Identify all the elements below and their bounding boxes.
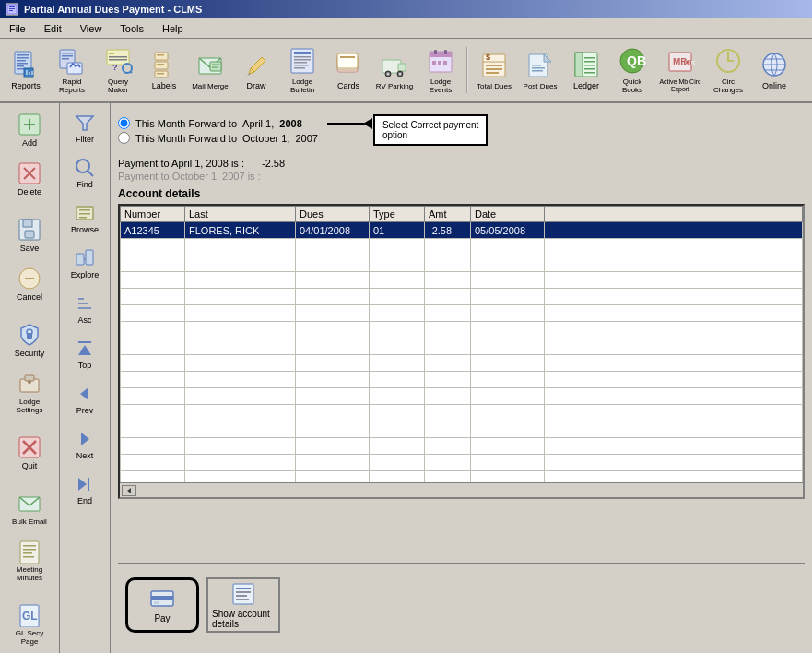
svg-rect-19 — [67, 63, 82, 74]
toolbar-active-mb[interactable]: MBCirc Active Mb Circ Export — [656, 42, 704, 98]
toolbar-rv-parking[interactable]: RV Parking — [372, 42, 417, 98]
toolbar-lodge-bulletin[interactable]: Lodge Bulletin — [280, 42, 324, 98]
svg-rect-31 — [157, 64, 164, 65]
svg-rect-2 — [9, 8, 15, 9]
nav-asc[interactable]: Asc — [63, 288, 107, 329]
nav-browse[interactable]: Browse — [63, 197, 107, 239]
toolbar-draw[interactable]: Draw — [234, 42, 278, 98]
toolbar-reports[interactable]: Reports — [4, 42, 48, 98]
toolbar-total-dues[interactable]: $ Total Dues — [472, 42, 516, 98]
sidebar-cancel[interactable]: Cancel — [4, 261, 55, 306]
svg-rect-123 — [79, 209, 90, 211]
svg-rect-42 — [294, 62, 307, 64]
toolbar-cards[interactable]: Cards — [326, 42, 371, 98]
menu-help[interactable]: Help — [157, 22, 189, 35]
toolbar-labels[interactable]: Labels — [142, 42, 186, 98]
svg-point-105 — [28, 380, 31, 384]
toolbar-mail-merge-label: Mail Merge — [192, 82, 229, 90]
sidebar-add-label: Add — [22, 138, 37, 148]
sidebar-meeting-minutes[interactable]: Meeting Minutes — [4, 534, 55, 587]
callout-arrow — [327, 118, 372, 129]
nav-next[interactable]: Next — [63, 423, 107, 465]
sidebar-delete[interactable]: Delete — [4, 156, 55, 201]
table-row[interactable] — [121, 322, 803, 338]
table-row[interactable] — [121, 438, 803, 455]
nav-filter[interactable]: Filter — [63, 107, 107, 148]
table-row[interactable] — [121, 471, 803, 483]
scroll-left-btn[interactable] — [122, 485, 136, 496]
table-row[interactable] — [121, 455, 803, 471]
toolbar-mail-merge[interactable]: Mail Merge — [188, 42, 232, 98]
sidebar-lodge-settings[interactable]: Lodge Settings — [4, 366, 55, 419]
table-row[interactable] — [121, 388, 803, 405]
col-type: Type — [370, 207, 425, 222]
svg-rect-14 — [31, 71, 33, 75]
sidebar-save[interactable]: Save — [4, 212, 55, 257]
nav-end[interactable]: End — [63, 469, 107, 510]
table-row[interactable] — [121, 372, 803, 388]
table-row[interactable] — [121, 305, 803, 322]
cell-extra — [545, 222, 803, 239]
table-row[interactable] — [121, 255, 803, 272]
menu-tools[interactable]: Tools — [114, 22, 149, 35]
svg-rect-142 — [233, 584, 253, 604]
menu-file[interactable]: File — [4, 22, 31, 35]
table-row[interactable] — [121, 239, 803, 255]
svg-rect-3 — [9, 10, 13, 11]
svg-rect-16 — [62, 53, 73, 54]
col-extra — [545, 207, 803, 222]
show-account-details-label: Show account details — [212, 609, 275, 629]
table-row[interactable] — [121, 421, 803, 438]
sidebar-quit[interactable]: Quit — [4, 430, 55, 475]
browse-icon — [74, 202, 96, 224]
toolbar-lodge-events[interactable]: Lodge Events — [418, 42, 463, 98]
sidebar-security[interactable]: Security — [4, 317, 55, 362]
nav-explore-label: Explore — [71, 270, 100, 279]
sidebar-gl-secy[interactable]: GL GL Secy Page — [4, 598, 55, 650]
svg-rect-144 — [236, 591, 251, 593]
table-row[interactable]: A12345 FLORES, RICK 04/01/2008 01 -2.58 … — [121, 222, 803, 239]
svg-rect-126 — [76, 254, 84, 265]
toolbar-post-dues[interactable]: Post Dues — [518, 42, 562, 98]
menu-view[interactable]: View — [75, 22, 108, 35]
svg-rect-21 — [109, 53, 114, 54]
toolbar-online[interactable]: Online — [752, 42, 796, 98]
app-icon — [6, 3, 18, 16]
top-icon — [74, 338, 96, 360]
nav-find[interactable]: Find — [63, 152, 107, 194]
menu-edit[interactable]: Edit — [39, 22, 67, 35]
svg-rect-57 — [434, 50, 437, 54]
find-icon — [74, 157, 96, 179]
svg-rect-78 — [584, 72, 595, 74]
nav-top[interactable]: Top — [63, 333, 107, 374]
toolbar-draw-label: Draw — [246, 81, 265, 90]
svg-rect-43 — [294, 65, 309, 66]
sidebar-delete-label: Delete — [18, 187, 41, 196]
nav-explore[interactable]: Explore — [63, 243, 107, 284]
toolbar-rapid-reports[interactable]: Rapid Reports — [50, 42, 94, 98]
table-row[interactable] — [121, 355, 803, 372]
table-row[interactable] — [121, 289, 803, 305]
table-row[interactable] — [121, 405, 803, 421]
sidebar-bulk-email[interactable]: Bulk Email — [4, 486, 55, 530]
quick-books-icon: QB — [618, 46, 647, 76]
show-account-details-button[interactable]: Show account details — [206, 577, 280, 633]
payment-option-1-radio[interactable] — [118, 117, 130, 129]
toolbar-ledger[interactable]: Ledger — [564, 42, 608, 98]
toolbar-quick-books[interactable]: QB Quick Books — [610, 42, 654, 98]
table-row[interactable] — [121, 338, 803, 355]
table-row[interactable] — [121, 272, 803, 289]
sidebar-add[interactable]: Add — [4, 107, 55, 152]
toolbar-circ-changes[interactable]: Circ Changes — [706, 42, 750, 98]
table-hscroll[interactable] — [120, 482, 803, 497]
payment-option-2-radio[interactable] — [118, 132, 130, 144]
svg-rect-30 — [157, 54, 164, 56]
bottom-bar: Pay Show account details — [118, 563, 805, 646]
account-table-scroll[interactable]: Number Last Dues Type Amt Date — [120, 206, 803, 482]
svg-rect-74 — [584, 57, 595, 59]
svg-rect-6 — [17, 57, 29, 59]
toolbar-query-maker[interactable]: ? Query Maker — [96, 42, 140, 98]
bulk-email-icon — [17, 491, 42, 516]
nav-prev[interactable]: Prev — [63, 378, 107, 420]
pay-button[interactable]: Pay — [125, 577, 199, 633]
